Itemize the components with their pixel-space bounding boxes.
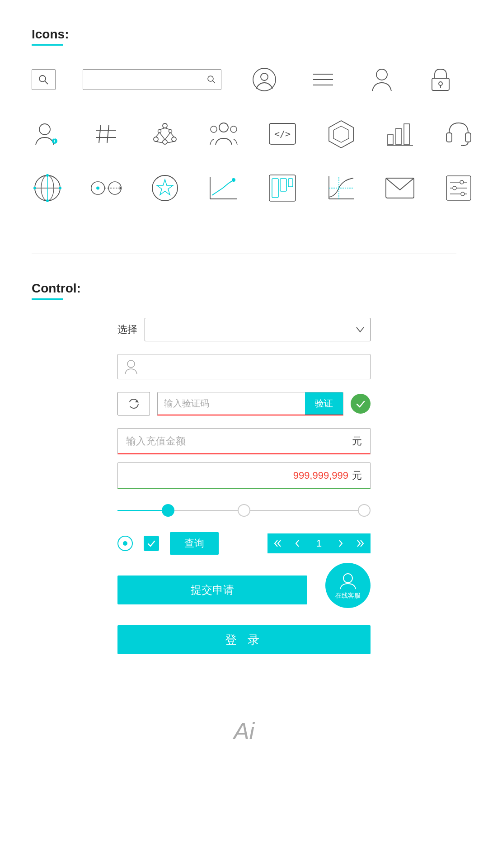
svg-rect-42: [388, 135, 393, 145]
captcha-placeholder: 输入验证码: [158, 397, 305, 410]
svg-point-5: [261, 73, 268, 80]
svg-point-66: [232, 178, 235, 182]
svg-line-1: [45, 81, 48, 84]
svg-point-78: [460, 180, 464, 184]
svg-marker-41: [333, 126, 349, 142]
svg-point-16: [54, 138, 55, 139]
svg-line-34: [167, 142, 174, 143]
svg-point-53: [46, 174, 49, 177]
icons-section: Icons:: [0, 0, 488, 254]
svg-point-35: [219, 123, 228, 132]
pagination: 1: [267, 533, 371, 553]
svg-line-30: [170, 132, 174, 137]
lock-icon: [425, 64, 456, 95]
svg-point-54: [46, 199, 49, 202]
svg-point-58: [96, 187, 99, 190]
svg-point-22: [154, 137, 158, 142]
svg-rect-68: [272, 179, 278, 198]
captcha-input[interactable]: 输入验证码 验证: [157, 392, 343, 415]
slider-thumb-active[interactable]: [162, 504, 174, 517]
svg-rect-46: [446, 133, 452, 142]
svg-line-33: [156, 142, 163, 143]
svg-point-80: [453, 186, 456, 190]
email-icon: [384, 172, 416, 204]
pagination-last-button[interactable]: [351, 533, 371, 553]
amount-unit: 元: [352, 434, 362, 448]
online-service-button[interactable]: 在线客服: [325, 563, 371, 608]
captcha-refresh-button[interactable]: [117, 392, 150, 415]
svg-rect-44: [404, 124, 409, 145]
code-tag-icon: </>: [267, 118, 298, 150]
svg-rect-10: [432, 78, 449, 90]
slider-control[interactable]: [117, 501, 371, 519]
amount-input-field[interactable]: 输入充值金额 元: [117, 428, 371, 454]
process-flow-icon: [90, 172, 122, 204]
star-circle-icon: [149, 172, 181, 204]
svg-point-24: [163, 140, 167, 144]
slider-thumb-mid[interactable]: [238, 504, 250, 517]
svg-rect-70: [288, 179, 293, 187]
svg-point-93: [343, 574, 352, 583]
icon-row-3: [32, 172, 456, 204]
svg-line-3: [212, 80, 215, 83]
submit-row: 提交申请 在线客服: [117, 567, 371, 613]
control-options-row: 查询 1: [117, 532, 371, 555]
radio-button[interactable]: [117, 536, 133, 551]
captcha-success-icon: [351, 394, 371, 414]
svg-marker-63: [157, 179, 173, 195]
svg-rect-47: [465, 133, 471, 142]
hashtag-icon: [90, 118, 122, 150]
search-small-icon: [32, 69, 56, 90]
user-circle-icon: [249, 64, 280, 95]
login-button[interactable]: 登 录: [117, 625, 371, 654]
select-label: 选择: [117, 323, 137, 336]
user-info-icon: [32, 118, 63, 150]
control-section: Control: 选择: [0, 254, 488, 690]
svg-marker-40: [329, 121, 353, 148]
amount-display: 999,999,999 元: [117, 462, 371, 489]
pagination-prev-button[interactable]: [287, 533, 307, 553]
svg-point-0: [39, 75, 46, 82]
team-icon: [208, 118, 239, 150]
svg-point-11: [439, 82, 442, 85]
svg-point-13: [39, 124, 50, 135]
svg-point-37: [230, 126, 237, 132]
user-input-field[interactable]: [117, 354, 371, 379]
svg-point-89: [127, 360, 135, 368]
svg-line-29: [156, 132, 160, 137]
svg-line-32: [165, 132, 170, 140]
pagination-first-button[interactable]: [267, 533, 287, 553]
pagination-current-page: 1: [307, 533, 331, 553]
svg-rect-69: [280, 179, 286, 191]
headset-icon: [443, 118, 474, 150]
query-button[interactable]: 查询: [170, 532, 219, 555]
svg-rect-43: [396, 128, 401, 145]
icon-row-2: </>: [32, 118, 456, 150]
bar-chart-icon: [384, 118, 416, 150]
menu-icon: [307, 64, 339, 95]
svg-line-27: [160, 128, 165, 130]
globe-icon: [32, 172, 63, 204]
svg-point-36: [211, 126, 217, 132]
svg-line-18: [107, 125, 109, 143]
search-bar-icon[interactable]: [83, 69, 221, 90]
checkbox-button[interactable]: [144, 536, 159, 551]
control-title-underline: [32, 298, 63, 300]
svg-text:</>: </>: [274, 128, 291, 139]
select-row: 选择: [117, 318, 371, 341]
captcha-verify-button[interactable]: 验证: [305, 392, 343, 415]
svg-point-56: [59, 187, 61, 189]
submit-button[interactable]: 提交申请: [117, 576, 307, 604]
svg-point-26: [169, 130, 172, 133]
pagination-next-button[interactable]: [331, 533, 351, 553]
svg-line-28: [165, 128, 170, 130]
svg-point-21: [163, 123, 167, 128]
icons-title-underline: [32, 44, 63, 46]
captcha-row: 输入验证码 验证: [117, 392, 371, 415]
svg-point-25: [158, 130, 161, 133]
slider-thumb-end[interactable]: [358, 504, 371, 517]
amount-placeholder: 输入充值金额: [126, 434, 352, 448]
icon-row-1: [32, 64, 456, 95]
amount-display-unit: 元: [352, 469, 362, 482]
select-control[interactable]: [145, 318, 371, 341]
